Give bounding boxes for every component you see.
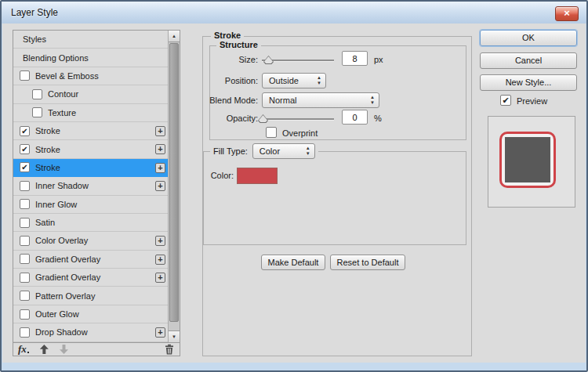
dialog-content: Styles Blending Options Bevel & Emboss C…: [2, 23, 586, 363]
effect-checkbox[interactable]: [20, 291, 30, 301]
fill-type-row: Fill Type: Color ▲▼: [210, 143, 318, 159]
sidebar-item-label: Bevel & Emboss: [35, 71, 99, 81]
overprint-checkbox[interactable]: [266, 127, 277, 138]
sidebar-item-gradient-overlay-1[interactable]: Gradient Overlay +: [13, 251, 168, 269]
sidebar-item-drop-shadow[interactable]: Drop Shadow +: [13, 323, 168, 341]
sidebar-item-label: Styles: [23, 34, 46, 44]
blend-mode-select[interactable]: Normal ▲▼: [262, 92, 379, 108]
cancel-button[interactable]: Cancel: [480, 52, 577, 69]
effects-scrollbar[interactable]: ▲ ▼: [168, 31, 180, 342]
add-effect-button[interactable]: +: [155, 255, 165, 265]
effect-checkbox[interactable]: [20, 327, 30, 338]
size-slider-track[interactable]: [262, 60, 334, 61]
effect-checkbox[interactable]: [20, 236, 30, 246]
scroll-down-button[interactable]: ▼: [169, 330, 180, 342]
blend-mode-value: Normal: [269, 96, 296, 105]
spinner-icon: ▲▼: [306, 146, 310, 157]
sidebar-item-styles[interactable]: Styles: [13, 31, 168, 49]
size-unit: px: [374, 55, 383, 64]
sidebar-item-label: Gradient Overlay: [35, 273, 100, 282]
sidebar-item-gradient-overlay-2[interactable]: Gradient Overlay +: [13, 269, 168, 287]
sidebar-item-pattern-overlay[interactable]: Pattern Overlay: [13, 287, 168, 305]
fill-type-label: Fill Type:: [213, 146, 248, 156]
effect-checkbox[interactable]: [32, 89, 42, 99]
move-effect-up-icon[interactable]: [40, 345, 49, 354]
sidebar-item-label: Outer Glow: [35, 309, 79, 319]
effects-list-rows: Styles Blending Options Bevel & Emboss C…: [13, 31, 168, 342]
effects-list: Styles Blending Options Bevel & Emboss C…: [13, 30, 180, 356]
new-style-button[interactable]: New Style...: [480, 74, 577, 91]
opacity-slider-track[interactable]: [262, 118, 334, 120]
effect-checkbox[interactable]: [20, 70, 30, 81]
add-effect-button[interactable]: +: [155, 126, 165, 136]
opacity-slider-thumb[interactable]: [258, 114, 268, 123]
scrollbar-thumb[interactable]: [169, 43, 179, 322]
sidebar-item-texture[interactable]: Texture: [13, 104, 168, 122]
add-effect-button[interactable]: +: [155, 163, 165, 173]
position-select[interactable]: Outside ▲▼: [262, 73, 326, 88]
sidebar-item-color-overlay[interactable]: Color Overlay +: [13, 232, 168, 250]
effect-checkbox[interactable]: [20, 309, 30, 320]
close-button[interactable]: ×: [555, 6, 579, 21]
sidebar-item-label: Contour: [48, 89, 78, 99]
add-effect-button[interactable]: +: [155, 181, 165, 191]
check-icon: ✔: [21, 127, 27, 135]
add-effect-button[interactable]: +: [155, 327, 165, 338]
opacity-input[interactable]: [342, 110, 368, 125]
fill-type-select[interactable]: Color ▲▼: [252, 143, 315, 159]
preview-checkbox[interactable]: ✔: [500, 95, 511, 106]
ok-button[interactable]: OK: [480, 30, 577, 46]
sidebar-item-stroke-3-selected[interactable]: ✔ Stroke +: [13, 159, 168, 177]
blend-mode-label: Blend Mode:: [202, 96, 258, 105]
effect-checkbox[interactable]: [20, 199, 30, 209]
move-effect-down-icon[interactable]: [60, 345, 68, 354]
add-effect-button[interactable]: +: [155, 144, 165, 154]
sidebar-item-stroke-1[interactable]: ✔ Stroke +: [13, 122, 168, 140]
sidebar-item-blending-options[interactable]: Blending Options: [13, 49, 168, 67]
sidebar-item-label: Stroke: [35, 126, 60, 135]
sidebar-item-label: Color Overlay: [35, 236, 88, 245]
reset-to-default-button[interactable]: Reset to Default: [330, 255, 405, 270]
scroll-down-icon: ▼: [172, 334, 176, 339]
sidebar-item-label: Stroke: [35, 163, 60, 172]
structure-legend: Structure: [216, 40, 261, 49]
scroll-up-button[interactable]: ▲: [169, 31, 180, 42]
sidebar-item-inner-glow[interactable]: Inner Glow: [13, 196, 168, 214]
dialog-title: Layer Style: [11, 7, 58, 18]
sidebar-item-label: Inner Glow: [35, 200, 77, 209]
size-input[interactable]: [342, 51, 368, 66]
add-effect-button[interactable]: +: [155, 236, 165, 246]
overprint-label: Overprint: [282, 128, 318, 138]
sidebar-item-inner-shadow[interactable]: Inner Shadow +: [13, 177, 168, 195]
effect-checkbox[interactable]: ✔: [20, 126, 30, 136]
size-slider-thumb[interactable]: [263, 56, 274, 64]
sidebar-item-label: Inner Shadow: [35, 181, 89, 190]
panel-title: Stroke: [211, 31, 244, 40]
sidebar-item-stroke-2[interactable]: ✔ Stroke +: [13, 140, 168, 158]
sidebar-item-label: Drop Shadow: [35, 327, 88, 337]
fx-menu-dot-icon: [27, 352, 29, 353]
scroll-up-icon: ▲: [172, 34, 176, 38]
stroke-color-swatch[interactable]: [237, 168, 278, 184]
sidebar-item-satin[interactable]: Satin: [13, 214, 168, 232]
effect-checkbox[interactable]: [20, 254, 30, 264]
delete-effect-icon[interactable]: [164, 344, 175, 355]
sidebar-item-label: Satin: [35, 218, 55, 227]
effect-checkbox[interactable]: [20, 218, 30, 228]
add-effect-button[interactable]: +: [155, 273, 165, 283]
make-default-button[interactable]: Make Default: [261, 255, 325, 270]
close-icon: ×: [564, 7, 570, 19]
size-label: Size:: [202, 55, 258, 64]
sidebar-item-contour[interactable]: Contour: [13, 85, 168, 103]
effect-checkbox[interactable]: ✔: [20, 144, 30, 154]
effect-checkbox[interactable]: [32, 107, 42, 117]
effect-checkbox[interactable]: [20, 273, 30, 283]
effect-checkbox[interactable]: ✔: [20, 162, 30, 172]
sidebar-item-outer-glow[interactable]: Outer Glow: [13, 305, 168, 323]
preview-stroked-shape: [499, 132, 556, 188]
effect-checkbox[interactable]: [20, 181, 30, 191]
stroke-panel: Stroke Structure Size: px Position: Outs…: [202, 36, 472, 356]
sidebar-item-bevel-emboss[interactable]: Bevel & Emboss: [13, 67, 168, 85]
title-bar[interactable]: Layer Style ×: [2, 2, 586, 23]
fx-menu-button[interactable]: fx: [18, 343, 27, 356]
